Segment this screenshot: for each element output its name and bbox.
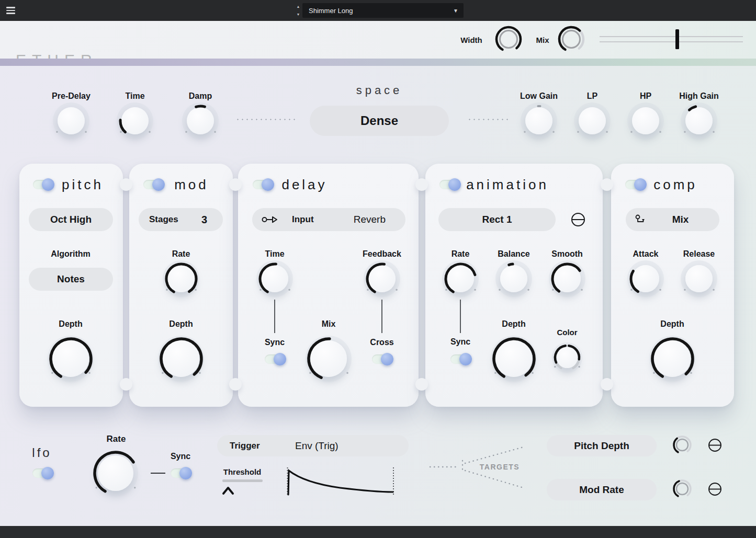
space-title: space: [356, 84, 403, 97]
pitch-title: pitch: [62, 177, 104, 193]
titlebar: ▲▼ Shimmer Long ▼: [0, 0, 756, 21]
trigger-value: Env (Trig): [295, 440, 338, 452]
mix-knob[interactable]: [552, 20, 590, 58]
menu-icon[interactable]: [6, 7, 15, 14]
mod-depth-label: Depth: [169, 319, 193, 329]
toggle-thumb: [179, 467, 192, 479]
attack-knob[interactable]: [624, 257, 668, 301]
connector-line: [381, 300, 382, 333]
target-1-selector[interactable]: Pitch Depth: [547, 435, 657, 456]
space-value: Dense: [360, 113, 398, 128]
release-knob[interactable]: [678, 257, 721, 301]
pitch-algorithm-selector[interactable]: Notes: [29, 268, 113, 291]
damp-knob[interactable]: [179, 99, 222, 143]
lp-knob[interactable]: [571, 99, 614, 143]
header-slider-track[interactable]: [600, 36, 743, 37]
delay-title: delay: [281, 177, 327, 193]
trigger-selector[interactable]: Trigger Env (Trig): [217, 435, 409, 456]
target-1-amount-knob[interactable]: [667, 430, 697, 460]
cross-label: Cross: [370, 338, 393, 347]
mod-toggle[interactable]: [143, 180, 163, 189]
delay-input-selector[interactable]: Input Reverb: [252, 208, 405, 231]
animation-toggle[interactable]: [439, 180, 459, 189]
anim-depth-label: Depth: [502, 319, 525, 329]
width-label: Width: [460, 36, 482, 44]
target-2-mod-icon[interactable]: [707, 482, 723, 497]
anim-sync-toggle[interactable]: [450, 354, 470, 364]
animation-shape-selector[interactable]: Rect 1: [438, 208, 556, 231]
target-2-selector[interactable]: Mod Rate: [547, 479, 657, 500]
header-slider-track2: [600, 41, 743, 42]
comp-mode-value: Mix: [651, 214, 710, 225]
preset-name: Shimmer Long: [309, 7, 353, 15]
mix-label: Mix: [536, 36, 549, 44]
width-knob[interactable]: [490, 20, 527, 58]
mod-rate-knob[interactable]: [160, 257, 203, 301]
pitch-algorithm-value: Notes: [57, 273, 85, 285]
delay-time-knob[interactable]: [253, 257, 297, 301]
toggle-thumb: [41, 467, 54, 479]
anim-depth-knob[interactable]: [487, 332, 541, 386]
lfo-sync-label: Sync: [171, 452, 190, 461]
comp-toggle[interactable]: [625, 180, 645, 189]
connector-line: [274, 300, 275, 333]
header-slider-handle[interactable]: [675, 29, 679, 49]
preset-dropdown[interactable]: Shimmer Long ▼: [302, 3, 464, 18]
panel-connector: [229, 378, 242, 391]
pitch-depth-knob[interactable]: [44, 332, 98, 386]
delay-sync-toggle[interactable]: [265, 354, 285, 364]
target-2-amount-knob[interactable]: [667, 474, 697, 504]
panel-connector: [120, 178, 132, 191]
highgain-knob[interactable]: [678, 99, 721, 143]
color-knob[interactable]: [548, 339, 586, 376]
mod-depth-knob[interactable]: [154, 332, 208, 386]
dotted-connector-left: [235, 119, 296, 120]
lfo-rate-knob[interactable]: [88, 445, 143, 501]
connector-line: [151, 473, 165, 474]
animation-shape-value: Rect 1: [482, 214, 512, 225]
color-label: Color: [557, 328, 577, 337]
pitch-mode-value: Oct High: [50, 214, 92, 225]
chevron-down-icon: ▼: [453, 8, 458, 14]
panel-connector: [229, 178, 242, 191]
comp-route-icon: [635, 214, 647, 225]
pitch-mode-selector[interactable]: Oct High: [29, 208, 113, 231]
toggle-thumb: [274, 353, 286, 365]
lfo-rate-label: Rate: [107, 434, 126, 444]
comp-depth-knob[interactable]: [646, 332, 699, 386]
comp-depth-label: Depth: [660, 319, 684, 329]
target-1-mod-icon[interactable]: [707, 438, 723, 453]
toggle-thumb: [448, 178, 461, 191]
cross-toggle[interactable]: [372, 354, 392, 364]
lowgain-knob[interactable]: [517, 99, 561, 143]
delay-mix-knob[interactable]: [302, 332, 356, 386]
threshold-marker[interactable]: [222, 486, 234, 496]
balance-knob[interactable]: [492, 257, 536, 301]
predelay-knob[interactable]: [50, 99, 93, 143]
preset-stepper[interactable]: ▲▼: [295, 3, 301, 18]
target-1-value: Pitch Depth: [574, 440, 629, 452]
dotted-connector-right: [467, 119, 508, 120]
mod-stages-selector[interactable]: Stages 3: [139, 208, 223, 231]
lfo-sync-toggle[interactable]: [171, 468, 190, 478]
space-selector[interactable]: Dense: [310, 106, 449, 136]
stages-value: 3: [201, 214, 207, 226]
threshold-label: Threshold: [223, 467, 262, 476]
delay-mix-label: Mix: [322, 319, 336, 329]
mod-target-icon[interactable]: [570, 212, 586, 227]
toggle-thumb: [634, 178, 647, 191]
hp-knob[interactable]: [624, 99, 668, 143]
ether-plugin-window: ▲▼ Shimmer Long ▼ ETHER Width Mix Pre-De…: [0, 0, 756, 538]
feedback-knob[interactable]: [360, 257, 404, 301]
panel-connector: [601, 378, 613, 391]
lfo-title: lfo: [32, 445, 51, 460]
delay-toggle[interactable]: [253, 180, 273, 189]
threshold-slider[interactable]: [222, 479, 263, 482]
smooth-knob[interactable]: [546, 257, 589, 301]
lfo-toggle[interactable]: [32, 468, 52, 478]
time-knob[interactable]: [114, 99, 157, 143]
trigger-label: Trigger: [230, 441, 260, 451]
comp-mode-selector[interactable]: Mix: [626, 208, 719, 231]
pitch-toggle[interactable]: [33, 180, 53, 189]
anim-rate-knob[interactable]: [439, 257, 482, 301]
